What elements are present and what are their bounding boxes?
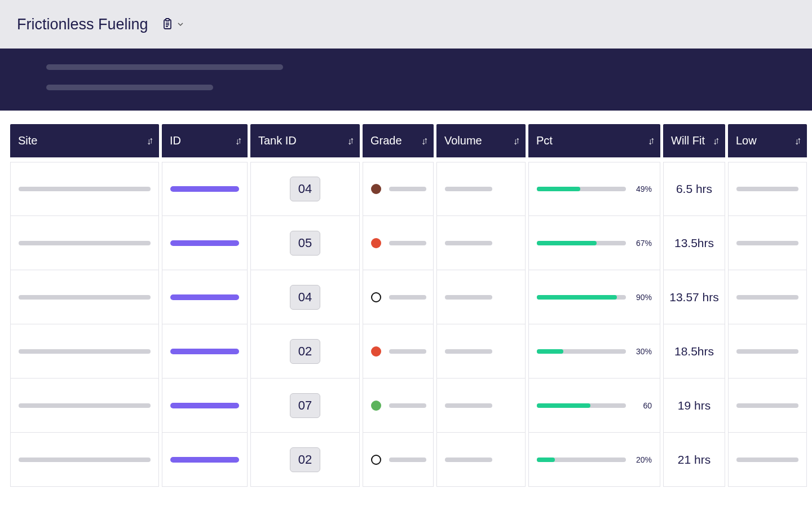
column-label: ID — [170, 134, 181, 147]
pct-label: 49% — [633, 184, 652, 193]
sort-icon: ↓↑ — [421, 136, 426, 146]
cell-volume — [436, 216, 526, 270]
cell-site — [10, 324, 159, 379]
cell-id — [162, 324, 248, 379]
grade-dot-icon — [371, 184, 381, 194]
svg-rect-1 — [166, 19, 169, 21]
column-label: Pct — [536, 134, 553, 147]
will-fit-value: 18.5hrs — [674, 345, 714, 358]
placeholder-bar — [19, 241, 151, 245]
sort-icon: ↓↑ — [713, 136, 717, 146]
cell-site — [10, 216, 159, 270]
grade-dot-icon — [371, 455, 381, 465]
cell-will-fit: 21 hrs — [663, 433, 725, 487]
placeholder-bar — [389, 241, 426, 245]
placeholder-bar — [736, 295, 798, 300]
cell-will-fit: 13.57 hrs — [663, 270, 725, 324]
placeholder-bar — [736, 349, 798, 354]
pct-progress-bar — [537, 349, 626, 354]
cell-tank-id: 07 — [250, 379, 360, 433]
pct-progress-bar — [537, 241, 626, 245]
placeholder-bar — [389, 403, 426, 408]
tank-id-pill: 02 — [290, 447, 320, 472]
app-title: Frictionless Fueling — [17, 16, 148, 33]
cell-tank-id: 05 — [250, 216, 360, 270]
grade-dot-icon — [371, 292, 381, 302]
cell-tank-id: 02 — [250, 324, 360, 379]
tank-id-pill: 07 — [290, 393, 320, 418]
cell-low — [728, 216, 807, 270]
cell-id — [162, 216, 248, 270]
cell-id — [162, 433, 248, 487]
cell-pct: 49% — [528, 162, 660, 216]
grade-dot-icon — [371, 346, 381, 357]
table-row[interactable]: 0220%21 hrs — [10, 433, 812, 487]
column-label: Low — [736, 134, 757, 147]
column-header-id[interactable]: ID↓↑ — [162, 124, 248, 157]
pct-progress-bar — [537, 458, 626, 462]
pct-progress-bar — [537, 187, 626, 191]
placeholder-bar — [389, 349, 426, 354]
pct-label: 67% — [633, 239, 652, 248]
placeholder-bar — [19, 187, 151, 191]
cell-low — [728, 270, 807, 324]
placeholder-bar — [19, 403, 151, 408]
cell-volume — [436, 324, 526, 379]
topbar: Frictionless Fueling — [0, 0, 812, 49]
pct-progress-fill — [537, 403, 590, 408]
tank-id-pill: 04 — [290, 285, 320, 310]
table-header-row: Site↓↑ ID↓↑ Tank ID↓↑ Grade↓↑ Volume↓↑ P… — [10, 124, 812, 157]
cell-site — [10, 379, 159, 433]
cell-tank-id: 04 — [250, 162, 360, 216]
cell-grade — [363, 379, 434, 433]
cell-id — [162, 162, 248, 216]
pct-progress-fill — [537, 241, 597, 245]
table-body: 0449%6.5 hrs0567%13.5hrs0490%13.57 hrs02… — [10, 157, 812, 487]
report-picker[interactable] — [161, 17, 183, 31]
pct-label: 20% — [633, 455, 652, 464]
pct-progress-fill — [537, 187, 580, 191]
column-label: Volume — [444, 134, 482, 147]
placeholder-bar — [170, 294, 239, 300]
table-row[interactable]: 076019 hrs — [10, 379, 812, 433]
clipboard-icon — [161, 17, 174, 31]
cell-volume — [436, 162, 526, 216]
cell-volume — [436, 433, 526, 487]
cell-pct: 67% — [528, 216, 660, 270]
column-header-site[interactable]: Site↓↑ — [10, 124, 159, 157]
cell-low — [728, 324, 807, 379]
pct-label: 90% — [633, 293, 652, 302]
chevron-down-icon — [178, 21, 183, 27]
column-header-will-fit[interactable]: Will Fit↓↑ — [663, 124, 725, 157]
sort-icon: ↓↑ — [147, 136, 151, 146]
tank-id-pill: 04 — [290, 177, 320, 201]
column-header-tank-id[interactable]: Tank ID↓↑ — [250, 124, 360, 157]
cell-site — [10, 162, 159, 216]
sort-icon: ↓↑ — [347, 136, 352, 146]
column-header-volume[interactable]: Volume↓↑ — [436, 124, 526, 157]
placeholder-bar — [445, 187, 492, 191]
table-row[interactable]: 0490%13.57 hrs — [10, 270, 812, 324]
cell-site — [10, 270, 159, 324]
pct-progress-fill — [537, 458, 555, 462]
table-row[interactable]: 0567%13.5hrs — [10, 216, 812, 270]
table-row[interactable]: 0449%6.5 hrs — [10, 157, 812, 216]
hero-skeleton-line — [46, 64, 283, 70]
column-label: Site — [18, 134, 37, 147]
column-header-grade[interactable]: Grade↓↑ — [363, 124, 434, 157]
cell-pct: 20% — [528, 433, 660, 487]
placeholder-bar — [19, 295, 151, 300]
column-label: Will Fit — [671, 134, 705, 147]
sort-icon: ↓↑ — [513, 136, 518, 146]
column-header-low[interactable]: Low↓↑ — [728, 124, 807, 157]
cell-low — [728, 162, 807, 216]
column-label: Tank ID — [258, 134, 297, 147]
placeholder-bar — [736, 241, 798, 245]
table-row[interactable]: 0230%18.5hrs — [10, 324, 812, 379]
pct-label: 60 — [633, 401, 652, 410]
placeholder-bar — [445, 349, 492, 354]
cell-id — [162, 270, 248, 324]
cell-will-fit: 6.5 hrs — [663, 162, 725, 216]
column-header-pct[interactable]: Pct↓↑ — [528, 124, 660, 157]
placeholder-bar — [170, 403, 239, 408]
